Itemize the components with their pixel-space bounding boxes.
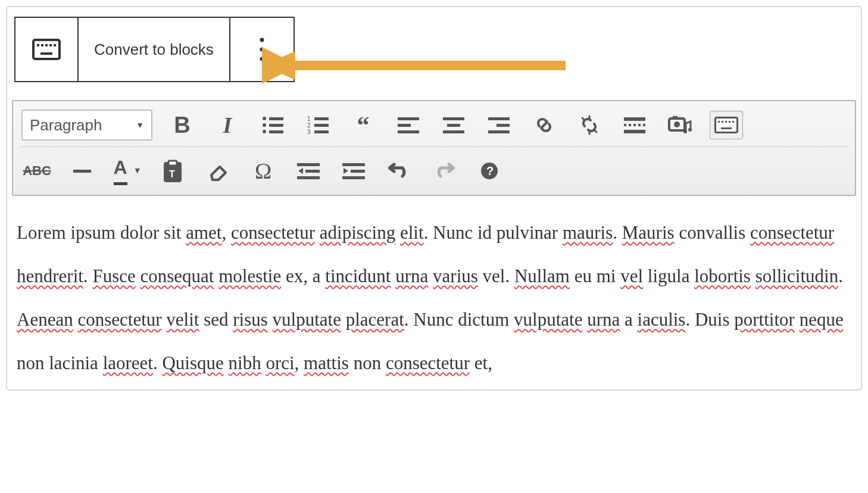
svg-rect-26 — [488, 130, 510, 133]
spellcheck-word: Mauris — [622, 222, 675, 243]
spellcheck-word: consectetur — [231, 222, 315, 243]
spellcheck-word: lobortis — [694, 266, 751, 286]
chevron-down-icon: ▼ — [133, 166, 142, 176]
spellcheck-word: Nullam — [514, 266, 570, 286]
spellcheck-word: mauris — [563, 222, 613, 243]
align-right-icon — [488, 116, 510, 134]
spellcheck-word: risus — [233, 309, 268, 330]
camera-music-icon — [668, 115, 692, 135]
help-button[interactable]: ? — [474, 155, 505, 186]
svg-rect-18 — [398, 117, 419, 120]
spellcheck-word: laoreet — [103, 352, 153, 373]
spellcheck-word: orci — [266, 352, 294, 373]
spellcheck-word: hendrerit — [17, 266, 83, 286]
svg-rect-29 — [629, 124, 631, 126]
svg-point-8 — [263, 123, 266, 127]
svg-rect-23 — [443, 130, 464, 133]
outdent-button[interactable] — [293, 155, 324, 186]
italic-button[interactable]: I — [212, 110, 243, 141]
horizontal-rule-button[interactable] — [67, 155, 98, 186]
svg-rect-40 — [168, 161, 177, 166]
svg-rect-17 — [314, 130, 329, 133]
block-toolbar: Convert to blocks — [14, 17, 295, 82]
svg-marker-45 — [298, 168, 303, 174]
help-icon: ? — [480, 161, 499, 180]
align-right-button[interactable] — [483, 110, 514, 141]
svg-point-1 — [260, 48, 264, 52]
svg-point-37 — [683, 130, 687, 133]
numbered-list-button[interactable]: 1 2 3 — [302, 110, 333, 141]
redo-icon — [433, 162, 455, 180]
toolbar-row-2: ABC A ▼ T Ω — [19, 146, 849, 191]
block-more-options-button[interactable] — [230, 18, 294, 81]
spellcheck-word: porttitor — [734, 309, 795, 330]
spellcheck-word: consectetur — [77, 309, 161, 330]
strikethrough-button[interactable]: ABC — [21, 155, 52, 186]
spellcheck-word: urna — [395, 266, 428, 286]
editor-content[interactable]: Lorem ipsum dolor sit amet, consectetur … — [12, 196, 856, 385]
chevron-down-icon: ▼ — [136, 120, 144, 130]
align-center-button[interactable] — [438, 110, 469, 141]
classic-block-icon-button[interactable] — [15, 18, 79, 81]
svg-text:?: ? — [486, 164, 494, 177]
clipboard-text-icon: T — [163, 160, 183, 182]
spellcheck-word: neque — [800, 309, 844, 330]
spellcheck-word: adipiscing — [320, 222, 395, 243]
svg-rect-7 — [269, 117, 283, 120]
convert-label: Convert to blocks — [94, 40, 214, 59]
svg-rect-32 — [643, 124, 645, 126]
spellcheck-word: consectetur — [750, 222, 834, 243]
convert-to-blocks-button[interactable]: Convert to blocks — [79, 18, 230, 81]
spellcheck-word: molestie — [218, 266, 281, 286]
undo-button[interactable] — [383, 155, 414, 186]
remove-link-button[interactable] — [574, 110, 605, 141]
outdent-icon — [297, 162, 320, 180]
keyboard-icon — [32, 39, 61, 60]
svg-rect-42 — [297, 163, 320, 166]
svg-rect-24 — [488, 117, 510, 120]
spellcheck-word: sollicitudin — [755, 266, 839, 286]
svg-rect-46 — [342, 163, 365, 166]
spellcheck-word: mattis — [304, 352, 349, 373]
redo-button[interactable] — [429, 155, 460, 186]
svg-rect-20 — [398, 130, 419, 133]
paste-as-text-button[interactable]: T — [157, 155, 188, 186]
svg-rect-30 — [633, 124, 636, 126]
editor-panel: Convert to blocks Paragraph ▼ B I — [6, 6, 862, 391]
align-left-icon — [398, 116, 419, 134]
svg-point-10 — [263, 130, 266, 133]
tinymce-toolbar: Paragraph ▼ B I 1 2 3 “ — [12, 100, 856, 196]
indent-button[interactable] — [338, 155, 369, 186]
svg-text:2: 2 — [307, 122, 311, 129]
format-dropdown[interactable]: Paragraph ▼ — [21, 110, 152, 141]
spellcheck-word: tincidunt — [325, 266, 391, 286]
svg-rect-19 — [398, 124, 411, 127]
bold-button[interactable]: B — [167, 110, 198, 141]
svg-rect-11 — [269, 130, 283, 133]
insert-read-more-button[interactable] — [619, 110, 650, 141]
clear-formatting-button[interactable] — [202, 155, 233, 186]
bullet-list-icon — [262, 116, 283, 134]
align-left-button[interactable] — [393, 110, 424, 141]
spellcheck-word: placerat — [346, 309, 404, 330]
align-center-icon — [443, 116, 464, 134]
numbered-list-icon: 1 2 3 — [307, 116, 329, 134]
spellcheck-word: consequat — [140, 266, 214, 286]
read-more-icon — [624, 116, 645, 134]
special-character-button[interactable]: Ω — [248, 155, 279, 186]
insert-media-button[interactable] — [664, 110, 695, 141]
svg-rect-15 — [314, 124, 329, 127]
spellcheck-word: consectetur — [386, 352, 470, 373]
spellcheck-word: Fusce — [92, 266, 135, 286]
svg-rect-25 — [497, 124, 510, 127]
bullet-list-button[interactable] — [257, 110, 288, 141]
svg-rect-28 — [624, 124, 626, 126]
blockquote-button[interactable]: “ — [348, 110, 379, 141]
svg-rect-48 — [342, 176, 365, 179]
spellcheck-word: amet — [186, 222, 221, 243]
svg-point-2 — [260, 57, 264, 61]
insert-link-button[interactable] — [529, 110, 560, 141]
toolbar-toggle-button[interactable] — [710, 111, 743, 139]
keyboard-icon — [714, 117, 738, 133]
text-color-button[interactable]: A ▼ — [112, 155, 143, 186]
